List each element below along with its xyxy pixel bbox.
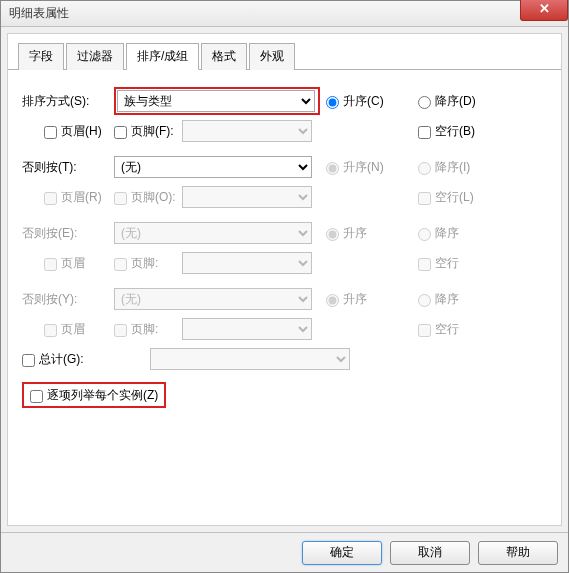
footer-f-check[interactable]	[114, 126, 127, 139]
then-e-row2: 页眉 页脚: 空行	[22, 248, 547, 278]
itemize-check[interactable]	[30, 390, 43, 403]
tab-format[interactable]: 格式	[201, 43, 247, 70]
sort-by-combo[interactable]: 族与类型	[117, 90, 315, 112]
footer-y-option: 页脚:	[114, 321, 182, 338]
totals-combo	[150, 348, 350, 370]
desc-i-option: 降序(I)	[418, 159, 470, 176]
desc-e-option: 降序	[418, 225, 459, 242]
header-r-option: 页眉(R)	[44, 189, 102, 206]
desc-e-radio	[418, 228, 431, 241]
desc-i-radio	[418, 162, 431, 175]
itemize-row: 逐项列举每个实例(Z)	[22, 382, 547, 408]
header-r-check	[44, 192, 57, 205]
footer-f-combo	[182, 120, 312, 142]
blank-b-option[interactable]: 空行(B)	[418, 123, 475, 140]
totals-option[interactable]: 总计(G):	[22, 351, 150, 368]
tab-sort-group[interactable]: 排序/成组	[126, 43, 199, 70]
tab-body: 排序方式(S): 族与类型 升序(C)	[8, 70, 561, 525]
then-y-combo: (无)	[114, 288, 312, 310]
blank-y-check	[418, 324, 431, 337]
then-y-row: 否则按(Y): (无) 升序 降序	[22, 284, 547, 314]
desc-d-radio[interactable]	[418, 96, 431, 109]
content-area: 字段 过滤器 排序/成组 格式 外观 排序方式(S): 族与类型	[7, 33, 562, 526]
highlight-sort-combo: 族与类型	[114, 87, 320, 115]
footer-y-combo	[182, 318, 312, 340]
footer-o-combo	[182, 186, 312, 208]
titlebar: 明细表属性 ✕	[1, 1, 568, 27]
asc-c-radio[interactable]	[326, 96, 339, 109]
help-button[interactable]: 帮助	[478, 541, 558, 565]
tab-filters[interactable]: 过滤器	[66, 43, 124, 70]
footer-f-option[interactable]: 页脚(F):	[114, 123, 182, 140]
blank-e-check	[418, 258, 431, 271]
ok-button[interactable]: 确定	[302, 541, 382, 565]
then-e-label: 否则按(E):	[22, 225, 114, 242]
totals-check[interactable]	[22, 354, 35, 367]
then-t-label: 否则按(T):	[22, 159, 114, 176]
dialog-footer: 确定 取消 帮助	[1, 532, 568, 572]
footer-e-option: 页脚:	[114, 255, 182, 272]
blank-l-check	[418, 192, 431, 205]
itemize-option[interactable]: 逐项列举每个实例(Z)	[30, 387, 158, 404]
sort-by-row: 排序方式(S): 族与类型 升序(C)	[22, 86, 547, 116]
blank-b-check[interactable]	[418, 126, 431, 139]
highlight-itemize: 逐项列举每个实例(Z)	[22, 382, 166, 408]
asc-e-radio	[326, 228, 339, 241]
then-e-row: 否则按(E): (无) 升序 降序	[22, 218, 547, 248]
blank-e-option: 空行	[418, 255, 459, 272]
footer-o-check	[114, 192, 127, 205]
footer-y-check	[114, 324, 127, 337]
sort-by-label: 排序方式(S):	[22, 93, 114, 110]
then-y-label: 否则按(Y):	[22, 291, 114, 308]
header-e-option: 页眉	[44, 255, 85, 272]
dialog-window: 明细表属性 ✕ 字段 过滤器 排序/成组 格式 外观 排序方式(S): 族与类型	[0, 0, 569, 573]
desc-y-radio	[418, 294, 431, 307]
asc-n-radio	[326, 162, 339, 175]
then-t-row: 否则按(T): (无) 升序(N) 降序(I)	[22, 152, 547, 182]
cancel-button[interactable]: 取消	[390, 541, 470, 565]
asc-y-radio	[326, 294, 339, 307]
desc-y-option: 降序	[418, 291, 459, 308]
then-e-combo: (无)	[114, 222, 312, 244]
asc-n-option: 升序(N)	[326, 159, 384, 176]
asc-c-option[interactable]: 升序(C)	[326, 93, 384, 110]
header-y-option: 页眉	[44, 321, 85, 338]
close-button[interactable]: ✕	[520, 0, 568, 21]
tab-appearance[interactable]: 外观	[249, 43, 295, 70]
asc-y-option: 升序	[326, 291, 367, 308]
then-t-combo[interactable]: (无)	[114, 156, 312, 178]
desc-d-option[interactable]: 降序(D)	[418, 93, 476, 110]
header-h-option[interactable]: 页眉(H)	[44, 123, 102, 140]
then-y-row2: 页眉 页脚: 空行	[22, 314, 547, 344]
footer-o-option: 页脚(O):	[114, 189, 182, 206]
blank-l-option: 空行(L)	[418, 189, 474, 206]
blank-y-option: 空行	[418, 321, 459, 338]
asc-e-option: 升序	[326, 225, 367, 242]
window-title: 明细表属性	[9, 5, 69, 22]
header-y-check	[44, 324, 57, 337]
footer-e-combo	[182, 252, 312, 274]
then-t-row2: 页眉(R) 页脚(O): 空行(L)	[22, 182, 547, 212]
totals-row: 总计(G):	[22, 348, 547, 370]
sort-by-row2: 页眉(H) 页脚(F): 空行(B)	[22, 116, 547, 146]
header-e-check	[44, 258, 57, 271]
footer-e-check	[114, 258, 127, 271]
tab-strip: 字段 过滤器 排序/成组 格式 外观	[8, 34, 561, 70]
header-h-check[interactable]	[44, 126, 57, 139]
tab-fields[interactable]: 字段	[18, 43, 64, 70]
